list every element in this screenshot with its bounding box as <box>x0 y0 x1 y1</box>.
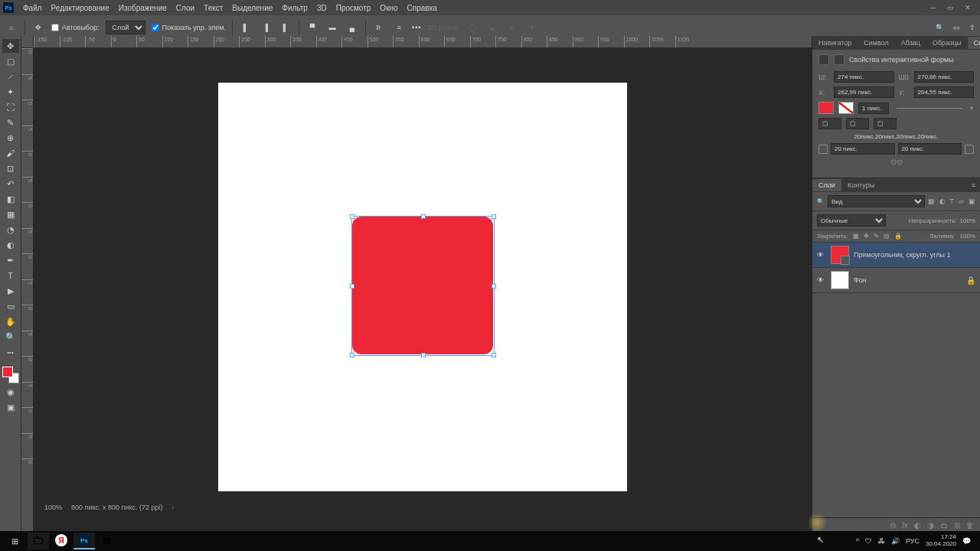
lock-nest-icon[interactable]: ▤ <box>884 233 890 240</box>
stroke-swatch[interactable] <box>838 102 854 114</box>
menu-view[interactable]: Просмотр <box>332 2 376 14</box>
join-style[interactable]: ▢ <box>846 118 869 129</box>
tray-security-icon[interactable]: 🛡 <box>865 537 872 545</box>
filter-text-icon[interactable]: T <box>950 197 955 205</box>
align-style[interactable]: ▢ <box>874 118 897 129</box>
align-center-v-icon[interactable]: ▬ <box>325 21 339 34</box>
link-corners-icon[interactable]: ⊖⊖ <box>818 158 974 166</box>
eyedropper-tool[interactable]: ✎ <box>2 116 19 129</box>
move-tool[interactable]: ✥ <box>2 39 19 53</box>
handle-ml[interactable] <box>350 284 354 289</box>
tab-swatches[interactable]: Образцы <box>926 37 968 49</box>
filter-pixel-icon[interactable]: ▦ <box>928 197 935 205</box>
layer-filter-select[interactable]: Вид <box>828 195 925 207</box>
more-options-icon[interactable]: ••• <box>412 24 421 31</box>
screen-mode-tool[interactable]: ▣ <box>2 400 19 414</box>
heal-tool[interactable]: ⊕ <box>2 131 19 145</box>
taskbar-clock[interactable]: 17:24 30.04.2020 <box>926 534 956 548</box>
pen-tool[interactable]: ✒ <box>2 253 19 267</box>
layer-name[interactable]: Фон <box>854 276 867 284</box>
fg-color-swatch[interactable] <box>2 367 13 377</box>
calculator-app[interactable]: 🖩 <box>96 533 118 549</box>
filter-adjust-icon[interactable]: ◐ <box>939 197 946 205</box>
tray-chevron-icon[interactable]: ^ <box>856 537 859 545</box>
history-brush-tool[interactable]: ↶ <box>2 177 19 191</box>
handle-bl[interactable] <box>350 353 354 357</box>
gradient-tool[interactable]: ▦ <box>2 207 19 221</box>
3d-icon-4[interactable]: ✦ <box>525 21 539 34</box>
lasso-tool[interactable]: ⟋ <box>2 70 19 83</box>
align-left-icon[interactable]: ▌ <box>239 21 253 34</box>
menu-text[interactable]: Текст <box>199 2 227 14</box>
tab-layers[interactable]: Слои <box>812 179 841 191</box>
marquee-tool[interactable]: ▢ <box>2 54 19 68</box>
photoshop-app[interactable]: Ps <box>74 533 95 549</box>
layer-thumb[interactable] <box>831 246 849 264</box>
minimize-icon[interactable]: — <box>929 4 936 11</box>
align-bottom-icon[interactable]: ▄ <box>345 21 359 34</box>
height-value[interactable]: 270,86 пикс. <box>914 71 975 83</box>
mask-icon[interactable]: ◐ <box>914 521 921 530</box>
visibility-toggle-icon[interactable]: 👁 <box>817 276 826 284</box>
align-right-icon[interactable]: ▌ <box>279 21 292 34</box>
show-controls-checkbox[interactable]: Показать упр. элем. <box>152 24 226 31</box>
tray-volume-icon[interactable]: 🔊 <box>891 537 900 545</box>
visibility-toggle-icon[interactable]: 👁 <box>817 251 826 259</box>
menu-help[interactable]: Справка <box>403 2 442 14</box>
3d-icon-2[interactable]: ◒ <box>485 21 499 34</box>
tab-paragraph[interactable]: Абзац <box>895 37 926 49</box>
filter-smart-icon[interactable]: ▣ <box>969 197 975 205</box>
search-icon[interactable]: 🔍 <box>936 24 944 31</box>
stroke-style-line[interactable] <box>897 108 962 109</box>
tab-character[interactable]: Символ <box>858 37 894 49</box>
handle-bm[interactable] <box>421 353 426 357</box>
y-value[interactable]: 264,55 пикс. <box>914 86 975 98</box>
handle-br[interactable] <box>492 353 496 357</box>
lock-pos-icon[interactable]: ✥ <box>864 233 869 240</box>
lock-all-icon[interactable]: ▦ <box>853 233 859 240</box>
distribute-h-icon[interactable]: ⊪ <box>372 21 386 34</box>
menu-layers[interactable]: Слои <box>172 2 199 14</box>
stroke-dropdown-icon[interactable]: ▾ <box>970 104 974 112</box>
fx-icon[interactable]: fx <box>902 521 908 530</box>
adjustment-icon[interactable]: ◑ <box>927 521 934 530</box>
menu-image[interactable]: Изображение <box>114 2 172 14</box>
menu-filter[interactable]: Фильтр <box>277 2 312 14</box>
layer-thumb[interactable] <box>831 271 849 289</box>
ruler-vertical[interactable]: 05050505050505050 <box>21 48 34 533</box>
lock-icon[interactable]: 🔒 <box>894 233 902 240</box>
handle-tm[interactable] <box>421 214 426 219</box>
quickmask-tool[interactable]: ◉ <box>2 385 19 399</box>
handle-tr[interactable] <box>492 214 496 219</box>
fill-value[interactable]: 100% <box>960 233 975 240</box>
distribute-v-icon[interactable]: ≡ <box>392 21 406 34</box>
hand-tool[interactable]: ✋ <box>2 315 19 328</box>
corner-tr-value[interactable]: 20 пикс. <box>898 143 962 155</box>
ruler-horizontal[interactable]: -150-100-5005010015020025030035040045050… <box>34 36 812 48</box>
dodge-tool[interactable]: ◐ <box>2 238 19 252</box>
crop-tool[interactable]: ⛶ <box>2 100 19 114</box>
auto-select-target[interactable]: Слой <box>106 21 145 34</box>
corner-tl-value[interactable]: 20 пикс. <box>831 143 895 155</box>
blend-mode-select[interactable]: Обычные <box>817 214 886 227</box>
x-value[interactable]: 262,99 пикс. <box>834 86 894 98</box>
doc-info[interactable]: 800 пикс. x 800 пикс. (72 ppi) <box>71 504 162 511</box>
brush-tool[interactable]: 🖌 <box>2 146 19 160</box>
tray-lang[interactable]: РУС <box>906 537 920 545</box>
align-center-h-icon[interactable]: ▐ <box>259 21 273 34</box>
wand-tool[interactable]: ✦ <box>2 85 19 99</box>
blur-tool[interactable]: ◔ <box>2 223 19 236</box>
maximize-icon[interactable]: ▭ <box>947 4 954 11</box>
zoom-value[interactable]: 100% <box>44 504 62 511</box>
explorer-app[interactable]: 🗀 <box>28 533 49 549</box>
canvas[interactable] <box>218 83 627 491</box>
layer-name[interactable]: Прямоугольник, скругл. углы 1 <box>854 251 951 259</box>
tab-properties[interactable]: Свойства <box>968 37 980 49</box>
close-icon[interactable]: ✕ <box>965 4 971 11</box>
yandex-app[interactable]: Я <box>51 533 72 549</box>
selection-box[interactable] <box>351 216 495 356</box>
text-tool[interactable]: T <box>2 269 19 282</box>
menu-window[interactable]: Окно <box>375 2 402 14</box>
shape-tool[interactable]: ▭ <box>2 299 19 313</box>
menu-file[interactable]: Файл <box>18 2 47 14</box>
